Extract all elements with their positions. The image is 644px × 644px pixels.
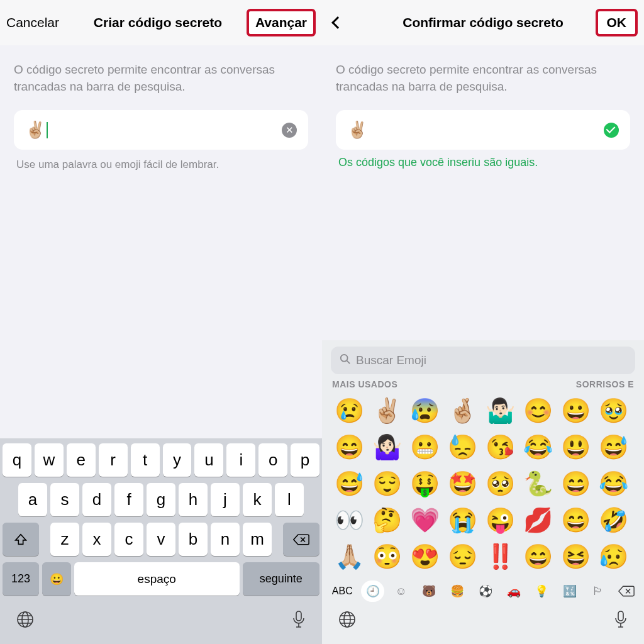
emoji-cell[interactable]: 🤣 (595, 502, 631, 538)
shift-key[interactable] (3, 523, 39, 556)
emoji-cell[interactable]: 🥺 (482, 466, 518, 501)
emoji-cell[interactable]: 😄 (557, 502, 594, 538)
ok-button[interactable]: OK (596, 9, 638, 36)
emoji-cell[interactable]: 👀 (331, 502, 367, 538)
emoji-cell[interactable]: 😍 (406, 539, 443, 574)
mic-icon[interactable] (292, 611, 306, 633)
emoji-cell[interactable]: 😊 (519, 393, 556, 428)
emoji-cell[interactable]: ‼️ (482, 539, 518, 574)
emoji-cell[interactable]: 🙏🏼 (331, 539, 367, 574)
emoji-cell[interactable]: 😅 (595, 430, 631, 465)
emoji-cell[interactable]: 🤷🏻‍♀️ (369, 430, 405, 465)
emoji-cell[interactable]: 😳 (369, 539, 405, 574)
emoji-cell[interactable]: 😅 (331, 466, 367, 501)
emoji-cell[interactable]: 😢 (331, 393, 367, 428)
confirm-code-input[interactable]: ✌🏼 (336, 110, 630, 150)
smileys-tab[interactable]: ☺ (389, 580, 413, 602)
key-r[interactable]: r (99, 443, 128, 477)
food-tab[interactable]: 🍔 (446, 580, 469, 602)
backspace-key[interactable] (283, 523, 319, 556)
key-u[interactable]: u (194, 443, 223, 477)
key-a[interactable]: a (18, 483, 47, 516)
emoji-cell[interactable]: 😜 (482, 502, 518, 538)
emoji-cell[interactable]: 🤑 (406, 466, 443, 501)
space-key[interactable]: espaço (74, 562, 240, 596)
emoji-cell[interactable]: 😥 (595, 539, 631, 574)
emoji-cell[interactable]: 😂 (595, 466, 631, 501)
page-title: Confirmar código secreto (391, 15, 575, 30)
emoji-keyboard-key[interactable]: 😀 (42, 562, 71, 596)
emoji-cell[interactable]: ✌🏼 (369, 393, 405, 428)
numbers-key[interactable]: 123 (3, 562, 39, 596)
key-w[interactable]: w (35, 443, 64, 477)
key-g[interactable]: g (147, 483, 175, 516)
key-o[interactable]: o (258, 443, 287, 477)
emoji-cell[interactable]: 😓 (444, 430, 480, 465)
emoji-cell[interactable]: 💗 (406, 502, 443, 538)
emoji-cell[interactable]: 🤔 (369, 502, 405, 538)
emoji-cell[interactable]: 😌 (369, 466, 405, 501)
key-l[interactable]: l (275, 483, 304, 516)
key-v[interactable]: v (147, 523, 175, 556)
emoji-cell[interactable]: 💋 (519, 502, 556, 538)
key-p[interactable]: p (291, 443, 319, 477)
emoji-cell[interactable]: 😘 (482, 430, 518, 465)
secret-code-input[interactable]: ✌🏼 ✕ (14, 110, 308, 150)
mic-icon[interactable] (614, 611, 628, 633)
emoji-cell[interactable]: 🐍 (519, 466, 556, 501)
key-d[interactable]: d (82, 483, 111, 516)
emoji-cell[interactable]: 😆 (557, 539, 594, 574)
key-t[interactable]: t (131, 443, 160, 477)
key-k[interactable]: k (243, 483, 272, 516)
description-text: O código secreto permite encontrar as co… (14, 62, 308, 95)
key-i[interactable]: i (226, 443, 255, 477)
key-m[interactable]: m (243, 523, 272, 556)
emoji-cell[interactable]: 😭 (444, 502, 480, 538)
key-n[interactable]: n (211, 523, 240, 556)
globe-icon[interactable] (338, 611, 356, 633)
emoji-cell[interactable]: 😬 (406, 430, 443, 465)
key-z[interactable]: z (50, 523, 79, 556)
key-q[interactable]: q (3, 443, 31, 477)
key-s[interactable]: s (50, 483, 79, 516)
recent-tab[interactable]: 🕘 (361, 580, 384, 602)
activity-tab[interactable]: ⚽ (474, 580, 497, 602)
category-smileys: SORRISOS E (576, 379, 634, 389)
key-f[interactable]: f (114, 483, 143, 516)
emoji-cell[interactable]: 😔 (444, 539, 480, 574)
category-most-used: MAIS USADOS (332, 379, 397, 389)
key-y[interactable]: y (163, 443, 192, 477)
abc-key[interactable]: ABC (328, 580, 356, 602)
emoji-cell[interactable]: 😰 (406, 393, 443, 428)
emoji-cell[interactable]: 😃 (557, 430, 594, 465)
emoji-cell[interactable]: 😀 (557, 393, 594, 428)
back-button[interactable] (331, 16, 344, 29)
key-h[interactable]: h (179, 483, 208, 516)
key-e[interactable]: e (67, 443, 96, 477)
emoji-cell[interactable]: 😄 (557, 466, 594, 501)
emoji-search-input[interactable]: Buscar Emoji (331, 347, 635, 374)
emoji-cell[interactable]: 😄 (519, 539, 556, 574)
objects-tab[interactable]: 💡 (530, 580, 553, 602)
animals-tab[interactable]: 🐻 (418, 580, 441, 602)
emoji-cell[interactable]: 🤞🏼 (444, 393, 480, 428)
emoji-backspace-key[interactable] (614, 580, 638, 602)
key-x[interactable]: x (82, 523, 111, 556)
key-c[interactable]: c (114, 523, 143, 556)
globe-icon[interactable] (16, 611, 34, 633)
emoji-cell[interactable]: 😄 (331, 430, 367, 465)
next-button[interactable]: Avançar (247, 9, 316, 36)
input-value: ✌🏼 (25, 120, 48, 140)
travel-tab[interactable]: 🚗 (502, 580, 525, 602)
key-b[interactable]: b (179, 523, 208, 556)
cancel-button[interactable]: Cancelar (6, 15, 59, 30)
emoji-cell[interactable]: 😂 (519, 430, 556, 465)
symbols-tab[interactable]: 🔣 (558, 580, 582, 602)
emoji-cell[interactable]: 🤷🏻‍♂️ (482, 393, 518, 428)
key-j[interactable]: j (211, 483, 240, 516)
keyboard-next-key[interactable]: seguinte (243, 562, 320, 596)
emoji-cell[interactable]: 🥹 (595, 393, 631, 428)
flags-tab[interactable]: 🏳 (586, 580, 609, 602)
clear-input-button[interactable]: ✕ (282, 123, 297, 138)
emoji-cell[interactable]: 🤩 (444, 466, 480, 501)
